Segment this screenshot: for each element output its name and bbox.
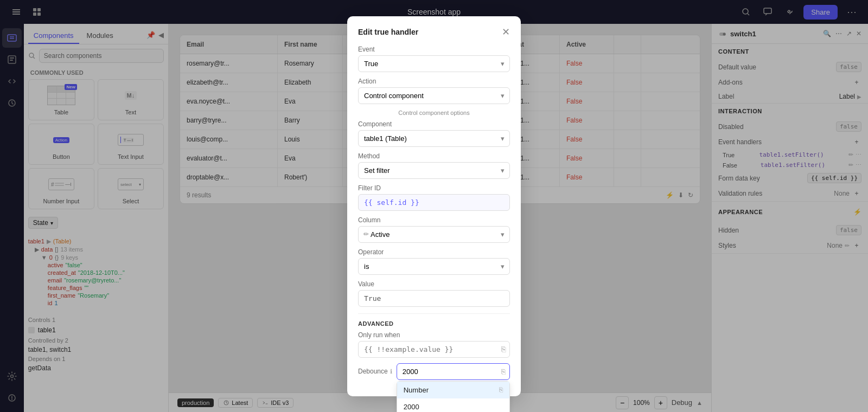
advanced-label: Advanced — [358, 320, 510, 327]
edit-handler-modal: Edit true handler ✕ Event True False ▾ A… — [347, 16, 521, 396]
modal-operator-select-wrap: is is not contains ▾ — [358, 258, 510, 275]
modal-method-row: Method Set filter Clear filter Download … — [358, 152, 510, 179]
modal-action-select-wrap: Control component Navigate to Run query … — [358, 87, 510, 104]
modal-column-select-wrap: ✏ Active Email First name ▾ — [358, 226, 510, 243]
modal-event-row: Event True False ▾ — [358, 46, 510, 72]
debounce-label: Debounce ℹ — [358, 368, 392, 375]
modal-action-label: Action — [358, 78, 510, 85]
modal-only-run-when-row: Only run when ⎘ — [358, 331, 510, 358]
modal-divider — [358, 313, 510, 314]
modal-value-input[interactable] — [358, 290, 510, 307]
modal-debounce-row: Debounce ℹ ⎘ Number ⎘ 2000 — [358, 363, 510, 380]
options-label: Control component options — [358, 110, 510, 116]
modal-filter-id-input[interactable] — [358, 194, 510, 211]
modal-action-select[interactable]: Control component Navigate to Run query — [358, 87, 510, 104]
modal-method-select[interactable]: Set filter Clear filter Download — [358, 162, 510, 179]
modal-column-label: Column — [358, 216, 510, 224]
modal-component-select[interactable]: table1 (Table) — [358, 130, 510, 147]
modal-value-row: Value — [358, 280, 510, 307]
modal-event-select[interactable]: True False — [358, 55, 510, 72]
debounce-info-icon[interactable]: ℹ — [390, 368, 392, 375]
modal-operator-row: Operator is is not contains ▾ — [358, 248, 510, 275]
modal-filter-id-label: Filter ID — [358, 184, 510, 192]
modal-value-label: Value — [358, 280, 510, 288]
modal-header: Edit true handler ✕ — [358, 27, 510, 37]
modal-close-button[interactable]: ✕ — [502, 27, 510, 37]
modal-component-select-wrap: table1 (Table) ▾ — [358, 130, 510, 147]
modal-only-run-when-input-wrap: ⎘ — [358, 341, 510, 358]
modal-method-select-wrap: Set filter Clear filter Download ▾ — [358, 162, 510, 179]
debounce-copy-icon[interactable]: ⎘ — [501, 368, 506, 376]
modal-operator-label: Operator — [358, 248, 510, 256]
modal-overlay[interactable]: Edit true handler ✕ Event True False ▾ A… — [0, 0, 868, 412]
copy-icon[interactable]: ⎘ — [501, 345, 506, 353]
dropdown-item-value[interactable]: 2000 — [397, 398, 509, 413]
debounce-input[interactable] — [397, 363, 510, 380]
modal-only-run-when-label: Only run when — [358, 331, 510, 339]
debounce-dropdown: Number ⎘ 2000 — [397, 381, 510, 413]
modal-column-row: Column ✏ Active Email First name ▾ — [358, 216, 510, 243]
modal-filter-id-input-wrap — [358, 194, 510, 211]
modal-only-run-when-input[interactable] — [358, 341, 510, 358]
dropdown-copy-icon[interactable]: ⎘ — [499, 386, 503, 394]
modal-event-select-wrap: True False ▾ — [358, 55, 510, 72]
dropdown-item-number[interactable]: Number ⎘ — [397, 382, 509, 398]
debounce-input-wrap: ⎘ Number ⎘ 2000 — [397, 363, 510, 380]
modal-component-row: Component table1 (Table) ▾ — [358, 120, 510, 147]
modal-title: Edit true handler — [358, 28, 418, 36]
modal-action-row: Action Control component Navigate to Run… — [358, 78, 510, 104]
modal-filter-id-row: Filter ID — [358, 184, 510, 211]
modal-operator-select[interactable]: is is not contains — [358, 258, 510, 275]
modal-method-label: Method — [358, 152, 510, 160]
modal-event-label: Event — [358, 46, 510, 53]
modal-component-label: Component — [358, 120, 510, 128]
modal-column-select[interactable]: Active Email First name — [358, 226, 510, 243]
